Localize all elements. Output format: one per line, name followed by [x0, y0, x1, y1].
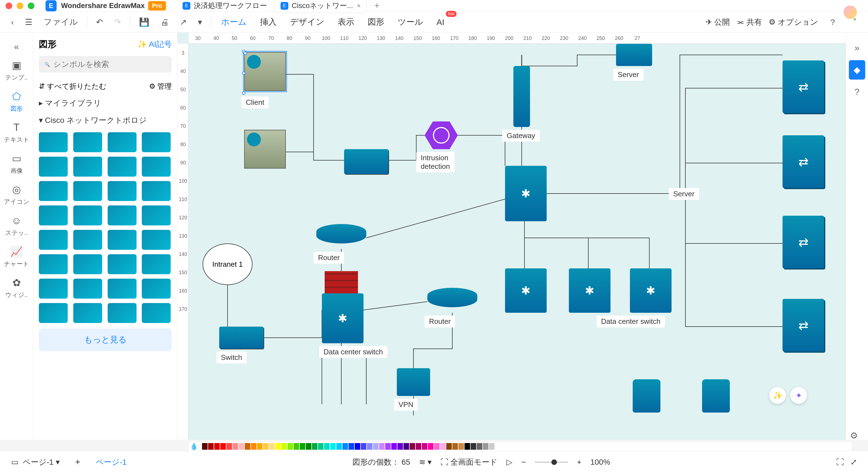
- zoom-level[interactable]: 100%: [590, 458, 610, 467]
- tab-2-active[interactable]: E Ciscoネットワー... ×: [275, 0, 367, 13]
- fill-icon[interactable]: ◆: [849, 60, 865, 79]
- shape-thumb[interactable]: [73, 230, 102, 250]
- node-router1[interactable]: [316, 224, 366, 243]
- canvas[interactable]: ClientIntrusiondetectionGateway✱Intranet…: [189, 44, 846, 440]
- color-swatch[interactable]: [281, 443, 287, 450]
- user-avatar[interactable]: [844, 5, 857, 19]
- shape-thumb[interactable]: [142, 157, 170, 177]
- color-swatch[interactable]: [440, 443, 446, 450]
- node-rack3[interactable]: ⇄: [782, 216, 824, 268]
- templates-tool[interactable]: ▣テンプ..: [0, 55, 33, 86]
- shape-thumb[interactable]: [73, 157, 102, 177]
- shape-thumb[interactable]: [39, 279, 68, 299]
- shape-thumb[interactable]: [39, 205, 68, 226]
- color-swatch[interactable]: [251, 443, 256, 450]
- collapse-left-icon[interactable]: «: [0, 38, 33, 55]
- menu-home[interactable]: ホーム: [215, 14, 253, 30]
- collapse-right-icon[interactable]: »: [846, 38, 868, 57]
- color-swatch[interactable]: [361, 443, 366, 450]
- shape-thumb[interactable]: [108, 157, 136, 177]
- expand-icon[interactable]: ⤢: [850, 458, 857, 467]
- color-swatch[interactable]: [385, 443, 391, 450]
- shape-thumb[interactable]: [108, 230, 136, 250]
- menu-shapes[interactable]: 図形: [361, 14, 391, 30]
- color-swatch[interactable]: [232, 443, 238, 450]
- color-swatch[interactable]: [410, 443, 415, 450]
- node-gateway[interactable]: [514, 66, 530, 127]
- node-db2[interactable]: [702, 379, 730, 412]
- search-input[interactable]: [53, 60, 166, 69]
- add-page-button[interactable]: +: [75, 457, 81, 467]
- menu-icon[interactable]: ☰: [22, 15, 36, 29]
- minimize-window[interactable]: [17, 2, 23, 9]
- manage-button[interactable]: ⚙ 管理: [149, 81, 172, 91]
- chart-tool[interactable]: 📈チャート: [0, 241, 33, 273]
- shape-thumb[interactable]: [142, 205, 170, 226]
- color-swatch[interactable]: [489, 443, 495, 450]
- color-swatch[interactable]: [202, 443, 208, 450]
- play-icon[interactable]: ▷: [506, 458, 513, 467]
- color-swatch[interactable]: [208, 443, 214, 450]
- color-swatch[interactable]: [245, 443, 250, 450]
- color-swatch[interactable]: [422, 443, 427, 450]
- icon-tool[interactable]: ◎アイコン: [0, 179, 33, 210]
- text-tool[interactable]: Tテキスト: [0, 117, 33, 148]
- shape-thumb[interactable]: [73, 303, 102, 323]
- shape-thumb[interactable]: [142, 230, 170, 250]
- zoom-slider[interactable]: [535, 462, 568, 463]
- layers-icon[interactable]: ≋ ▾: [419, 458, 432, 467]
- color-swatch[interactable]: [330, 443, 336, 450]
- color-swatch[interactable]: [373, 443, 378, 450]
- sparkle-icon[interactable]: ✨: [769, 387, 786, 404]
- color-swatch[interactable]: [465, 443, 470, 450]
- shape-thumb[interactable]: [142, 303, 170, 323]
- shape-thumb[interactable]: [108, 205, 136, 226]
- color-swatch[interactable]: [367, 443, 372, 450]
- color-swatch[interactable]: [336, 443, 342, 450]
- color-swatch[interactable]: [471, 443, 476, 450]
- shape-thumb[interactable]: [73, 132, 102, 152]
- print-icon[interactable]: 🖨: [157, 15, 172, 29]
- shape-thumb[interactable]: [142, 181, 170, 201]
- page-link[interactable]: ページ-1: [96, 457, 127, 468]
- ai-symbols-button[interactable]: ✨ AI記号: [137, 39, 172, 49]
- color-swatch[interactable]: [318, 443, 323, 450]
- color-swatch[interactable]: [434, 443, 439, 450]
- node-vpn[interactable]: [397, 368, 430, 396]
- more-button[interactable]: もっと見る: [39, 329, 172, 351]
- cisco-section[interactable]: ▾ Cisco ネットワークトボロジ: [39, 112, 172, 129]
- color-swatch[interactable]: [275, 443, 281, 450]
- shape-thumb[interactable]: [39, 157, 68, 177]
- shape-thumb[interactable]: [142, 132, 170, 152]
- menu-design[interactable]: デザイン: [283, 14, 331, 30]
- tab-1[interactable]: E 決済処理ワークフロー: [177, 0, 273, 13]
- add-tab-button[interactable]: +: [374, 1, 380, 11]
- image-tool[interactable]: ▭画像: [0, 148, 33, 179]
- color-swatch[interactable]: [269, 443, 275, 450]
- sticker-tool[interactable]: ☺ステッ..: [0, 210, 33, 241]
- color-swatch[interactable]: [403, 443, 409, 450]
- node-firewall[interactable]: [325, 271, 358, 293]
- node-server_top[interactable]: [616, 44, 652, 66]
- back-button[interactable]: ‹: [8, 15, 17, 29]
- shape-thumb[interactable]: [108, 254, 136, 274]
- color-swatch[interactable]: [257, 443, 262, 450]
- menu-insert[interactable]: 挿入: [253, 14, 283, 30]
- eyedropper-icon[interactable]: 💧: [190, 442, 198, 450]
- color-swatch[interactable]: [416, 443, 421, 450]
- maximize-window[interactable]: [28, 2, 34, 9]
- node-rack1[interactable]: ⇄: [782, 61, 824, 113]
- color-swatch[interactable]: [477, 443, 482, 450]
- shape-thumb[interactable]: [39, 303, 68, 323]
- color-swatch[interactable]: [348, 443, 354, 450]
- color-swatch[interactable]: [306, 443, 311, 450]
- zoom-out-icon[interactable]: −: [521, 458, 526, 467]
- export-icon[interactable]: ↗: [177, 15, 190, 29]
- color-swatch[interactable]: [458, 443, 464, 450]
- close-icon[interactable]: ×: [357, 2, 361, 10]
- help-icon[interactable]: ?: [846, 82, 868, 101]
- color-swatch[interactable]: [391, 443, 397, 450]
- color-swatch[interactable]: [397, 443, 403, 450]
- shape-thumb[interactable]: [73, 205, 102, 226]
- shape-thumb[interactable]: [108, 279, 136, 299]
